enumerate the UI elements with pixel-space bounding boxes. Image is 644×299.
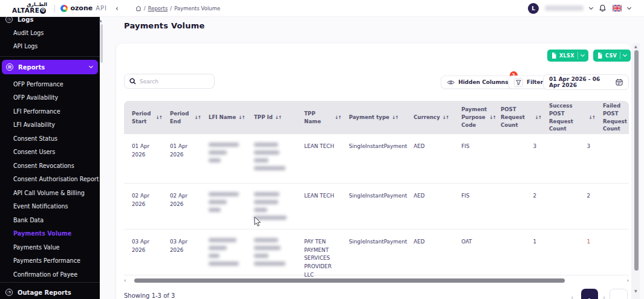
cell-period-end: 03 Apr 2026 (162, 230, 201, 275)
sidebar-item-ofp-availability[interactable]: OFP Availability (0, 91, 100, 105)
cell-period-end: 02 Apr 2026 (162, 184, 201, 229)
sort-icon[interactable]: ↓↑ (275, 114, 282, 121)
vertical-scrollbar: ▲ ▼ (633, 43, 640, 299)
col-header-currency[interactable]: Currency↓↑ (406, 114, 454, 121)
pagination-prev-icon[interactable]: ‹ (571, 294, 573, 299)
col-header-post-request-count[interactable]: POST Request Count↓↑ (493, 106, 541, 129)
search-box (124, 74, 215, 89)
sidebar-item-payments-performance[interactable]: Payments Performance (0, 254, 100, 268)
col-header-lfi-name[interactable]: LFI Name↓↑ (201, 114, 246, 121)
sidebar-collapse-icon[interactable]: ‹ (115, 4, 119, 13)
breadcrumb-link-reports[interactable]: Reports (148, 5, 168, 11)
hidden-columns-button[interactable]: Hidden Columns 2 (441, 76, 515, 89)
sort-icon[interactable]: ↓↑ (443, 114, 449, 121)
scroll-left-icon[interactable]: ‹ (124, 278, 126, 283)
sidebar-item-payments-value[interactable]: Payments Value (0, 240, 100, 254)
export-xlsx-button[interactable]: XLSX (547, 50, 588, 62)
cell-period-start: 03 Apr 2026 (124, 230, 162, 275)
home-icon[interactable] (135, 5, 141, 11)
cell-purpose-code: OAT (454, 230, 493, 275)
sidebar-scrollbar-thumb[interactable] (100, 24, 103, 63)
file-icon (597, 53, 602, 59)
table-row: 02 Apr 2026 02 Apr 2026 LEAN TECH Single… (124, 184, 629, 230)
col-header-period-start[interactable]: Period Start↓↑ (124, 110, 162, 126)
search-input[interactable] (140, 79, 209, 85)
altareq-logo: الطــارق ALTARE Q (0, 2, 51, 14)
user-menu-chevron-icon[interactable] (589, 5, 593, 9)
notifications-bell-icon[interactable] (599, 4, 607, 13)
sidebar-item-consent-users[interactable]: Consent Users (0, 146, 100, 159)
cell-failed-count (595, 184, 629, 229)
pagination-page-1-button[interactable]: 1 (581, 289, 598, 299)
sidebar-item-outage-reports[interactable]: ◔ Outage Reports (0, 286, 100, 299)
sort-icon[interactable]: ↓↑ (392, 114, 398, 121)
cell-currency: AED (406, 134, 454, 183)
cell-post-count: 2 (493, 184, 541, 229)
cell-success-count: 1 (541, 230, 595, 275)
sidebar-item-api-call-volume-billing[interactable]: API Call Volume & Billing (0, 186, 100, 200)
col-header-payment-purpose-code[interactable]: Payment Purpose Code↓↑ (454, 106, 493, 129)
col-header-period-end[interactable]: Period End↓↑ (162, 110, 201, 126)
cell-post-count: 3 (493, 134, 541, 183)
language-flag-icon[interactable] (613, 5, 622, 11)
page-size-select[interactable] (610, 289, 628, 299)
logo-divider: | (53, 4, 56, 13)
cell-tpp-name: PAY TEN PAYMENT SERVICES PROVIDER LLC (296, 230, 341, 275)
export-csv-button[interactable]: CSV (593, 50, 631, 62)
scroll-down-icon[interactable]: ▼ (634, 289, 637, 293)
sidebar-item-consent-status[interactable]: Consent Status (0, 132, 100, 146)
sidebar-item-event-notifications[interactable]: Event Notifications (0, 200, 100, 214)
sidebar-item-payments-volume[interactable]: Payments Volume (0, 227, 100, 241)
col-header-tpp-id[interactable]: TPP Id↓↑ (246, 114, 296, 121)
reports-icon: ▤ (6, 63, 13, 71)
col-header-tpp-name[interactable]: TPP Name↓↑ (296, 110, 341, 126)
pagination-next-icon[interactable]: › (603, 294, 605, 299)
sidebar-scroll-up-icon[interactable]: ▲ (99, 18, 102, 22)
language-chevron-icon[interactable] (627, 5, 631, 9)
search-icon (129, 78, 136, 85)
file-icon (551, 53, 556, 59)
col-header-failed-post-request-count[interactable]: Failed POST Request Count (595, 102, 629, 133)
sidebar-item-lfi-availability[interactable]: LFI Availability (0, 118, 100, 132)
col-header-payment-type[interactable]: Payment type↓↑ (341, 114, 406, 121)
xlsx-dropdown-chevron-icon[interactable] (581, 53, 585, 57)
sidebar-item-consent-authorisation-report[interactable]: Consent Authorisation Report (0, 173, 100, 187)
cell-post-count: 1 (493, 230, 541, 275)
horizontal-scrollbar-thumb[interactable] (134, 278, 565, 283)
sidebar-item-logs[interactable]: ◷ Logs (0, 17, 100, 26)
vertical-scrollbar-thumb[interactable] (634, 50, 639, 271)
payments-volume-table: Period Start↓↑ Period End↓↑ LFI Name↓↑ T… (124, 101, 629, 275)
date-range-picker[interactable]: 01 Apr 2026 - 06 Apr 2026 (543, 74, 629, 90)
sidebar-item-reports[interactable]: ▤ Reports (2, 60, 98, 74)
report-card: XLSX CSV Hidden Columns 2 (116, 43, 631, 299)
sort-icon[interactable]: ↓↑ (334, 114, 341, 121)
sort-icon[interactable]: ↓↑ (155, 114, 162, 121)
sort-icon[interactable]: ↓↑ (238, 114, 245, 121)
top-bar: الطــارق ALTARE Q | ozone API ‹ / Report… (0, 0, 644, 17)
col-header-success-post-request-count[interactable]: Success POST Request Count↓↑ (541, 102, 595, 133)
sidebar-item-lfi-performance[interactable]: LFI Performance (0, 104, 100, 118)
sidebar-item-api-logs[interactable]: API Logs (0, 40, 100, 54)
sidebar-item-audit-logs[interactable]: Audit Logs (0, 26, 100, 40)
scroll-right-icon[interactable]: › (626, 278, 629, 283)
sidebar-item-bank-data[interactable]: Bank Data (0, 213, 100, 227)
horizontal-scrollbar-track[interactable] (129, 278, 625, 283)
cell-tpp-name: LEAN TECH (296, 184, 341, 229)
page-title: Payments Volume (124, 21, 204, 30)
cell-payment-type: SingleInstantPayment (341, 134, 406, 183)
sort-icon[interactable]: ↓↑ (588, 114, 595, 121)
cell-lfi-name-redacted (201, 184, 246, 229)
cell-lfi-name-redacted (201, 134, 246, 183)
csv-dropdown-chevron-icon[interactable] (623, 53, 627, 57)
table-header-row: Period Start↓↑ Period End↓↑ LFI Name↓↑ T… (124, 101, 629, 134)
sort-icon[interactable]: ↓↑ (194, 114, 201, 121)
ozone-api-logo: ozone API (60, 4, 107, 12)
sidebar-item-consent-revocations[interactable]: Consent Revocations (0, 159, 100, 173)
sort-icon[interactable]: ↓↑ (535, 114, 541, 121)
cell-purpose-code: FIS (454, 184, 493, 229)
user-avatar[interactable]: L (528, 3, 539, 14)
sidebar-item-ofp-performance[interactable]: OFP Performance (0, 77, 100, 91)
scroll-up-icon[interactable]: ▲ (634, 44, 637, 48)
main-content: Payments Volume XLSX CSV Hidden Columns (105, 17, 644, 299)
cell-currency: AED (406, 184, 454, 229)
